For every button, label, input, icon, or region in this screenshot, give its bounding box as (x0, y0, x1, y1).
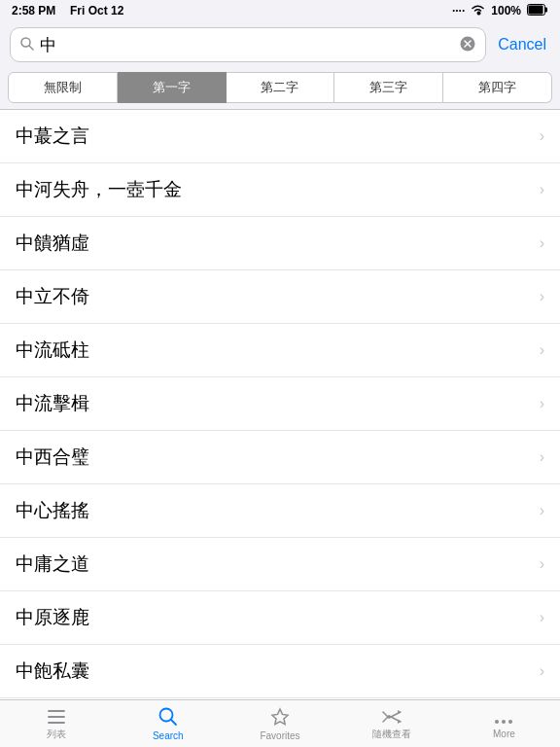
random-icon (382, 708, 402, 728)
chevron-icon: › (540, 288, 544, 305)
segment-second[interactable]: 第二字 (227, 72, 335, 103)
chevron-icon: › (540, 234, 544, 252)
chevron-icon: › (540, 502, 544, 519)
search-icon (158, 707, 178, 729)
search-input[interactable] (40, 35, 454, 54)
cancel-button[interactable]: Cancel (494, 36, 550, 53)
list-item[interactable]: 中饋猶虛 › (0, 217, 560, 270)
svg-marker-13 (272, 709, 288, 725)
tab-favorites[interactable]: Favorites (224, 700, 335, 747)
list-item[interactable]: 中流砥柱 › (0, 324, 560, 377)
segment-third[interactable]: 第三字 (334, 72, 443, 103)
segment-fourth[interactable]: 第四字 (443, 72, 552, 103)
list-item[interactable]: 中西合璧 › (0, 431, 560, 484)
segment-first[interactable]: 第一字 (118, 72, 227, 103)
status-right: ···· 100% (452, 4, 548, 18)
wifi-icon (471, 4, 485, 18)
list-item[interactable]: 中立不倚 › (0, 270, 560, 324)
chevron-icon: › (540, 181, 544, 198)
list-item[interactable]: 中原逐鹿 › (0, 591, 560, 645)
list-icon (47, 708, 66, 728)
chevron-icon: › (540, 609, 544, 626)
tab-search[interactable]: Search (112, 700, 224, 747)
tab-favorites-label: Favorites (260, 731, 299, 741)
tab-more-label: More (493, 729, 515, 739)
list-item[interactable]: 中河失舟，一壺千金 › (0, 163, 560, 217)
list-container: 中蕞之言 › 中河失舟，一壺千金 › 中饋猶虛 › 中立不倚 › 中流砥柱 › … (0, 110, 560, 699)
date: Fri Oct 12 (70, 4, 123, 18)
tab-more[interactable]: More (448, 700, 560, 747)
chevron-icon: › (540, 341, 544, 359)
status-left: 2:58 PM Fri Oct 12 (12, 4, 123, 18)
segment-unlimited[interactable]: 無限制 (8, 72, 118, 103)
search-glass-icon (20, 37, 34, 53)
segment-control: 無限制 第一字 第二字 第三字 第四字 (0, 68, 560, 110)
status-bar: 2:58 PM Fri Oct 12 ···· 100% (0, 0, 560, 21)
chevron-icon: › (540, 448, 544, 466)
tab-list-label: 列表 (47, 729, 66, 739)
svg-line-15 (383, 712, 389, 718)
tab-list[interactable]: 列表 (0, 700, 112, 747)
search-bar-container: Cancel (0, 21, 560, 68)
svg-line-12 (171, 720, 176, 725)
battery: 100% (491, 4, 521, 18)
list-item[interactable]: 中蕞之言 › (0, 110, 560, 163)
tab-bar: 列表 Search Favorites (0, 699, 560, 747)
svg-rect-1 (545, 7, 548, 12)
tab-random-label: 隨機查看 (372, 729, 411, 739)
svg-rect-2 (529, 5, 543, 14)
tab-random[interactable]: 隨機查看 (336, 700, 448, 747)
tab-search-label: Search (153, 731, 184, 741)
chevron-icon: › (540, 662, 544, 680)
time: 2:58 PM (12, 4, 55, 18)
search-clear-button[interactable] (460, 36, 475, 54)
svg-point-20 (495, 720, 499, 724)
chevron-icon: › (540, 127, 544, 145)
more-icon (494, 708, 513, 728)
svg-line-4 (29, 46, 33, 50)
list-item[interactable]: 中心搖搖 › (0, 484, 560, 538)
list-item[interactable]: 中飽私囊 › (0, 645, 560, 698)
star-icon (270, 707, 290, 729)
chevron-icon: › (540, 395, 544, 412)
battery-icon (527, 4, 548, 18)
search-input-wrapper (10, 27, 486, 62)
list-item[interactable]: 中流擊楫 › (0, 377, 560, 431)
svg-point-22 (508, 720, 512, 724)
signal-icon: ···· (452, 4, 465, 18)
chevron-icon: › (540, 555, 544, 573)
svg-point-21 (502, 720, 506, 724)
list-item[interactable]: 中庸之道 › (0, 538, 560, 591)
